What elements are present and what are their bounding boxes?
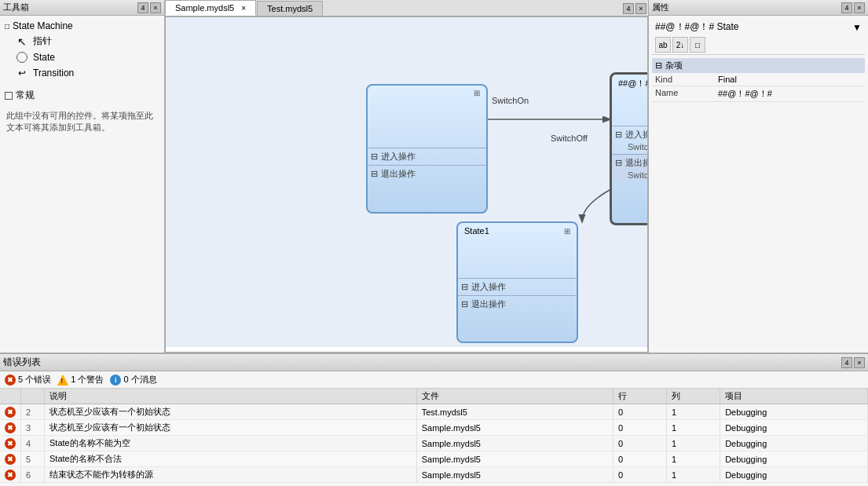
table-row[interactable]: ✖ 6 结束状态不能作为转移的源 Sample.mydsl5 0 1 Debug… (0, 467, 868, 483)
row-line: 0 (613, 451, 666, 467)
state-left-enter-label: 进入操作 (381, 151, 416, 163)
state-final-enter-header: ⊟ 进入操作 (615, 128, 647, 141)
state-final-exit-item: SwitchOff (615, 170, 647, 181)
tab-test[interactable]: Test.mydsl5 (257, 1, 323, 16)
row-type-icon: ✖ (0, 436, 21, 451)
row-col: 1 (667, 420, 720, 436)
row-type-icon: ✖ (0, 467, 21, 483)
properties-row-name: Name ##@！#@！# (652, 86, 865, 102)
props-tool-box[interactable]: □ (690, 37, 705, 53)
row-number: 3 (21, 420, 45, 436)
toolbox-item-state[interactable]: State (3, 49, 161, 65)
minus-icon-4: ⊟ (615, 158, 622, 168)
error-titlebar-buttons: 4 × (841, 357, 865, 368)
state1-exit-label: 退出操作 (471, 298, 506, 310)
toolbox-section-statemachine: □ State Machine 指针 State Transition (3, 19, 161, 81)
properties-titlebar-buttons: 4 × (841, 2, 865, 13)
state-left-header: ⊞ (368, 86, 486, 100)
error-icon: ✖ (5, 375, 16, 386)
state-final-exit-section: ⊟ 退出操作 SwitchOff (612, 154, 647, 182)
canvas[interactable]: SwitchOn SwitchOff ⊞ ⊟ 进入操作 (166, 17, 647, 347)
error-pin-btn[interactable]: 4 (841, 357, 852, 368)
final-state-symbol (612, 93, 647, 126)
toolbox-panel: 工具箱 4 × □ State Machine 指针 State (0, 0, 165, 353)
row-col: 1 (667, 404, 720, 420)
state-node-final[interactable]: ##@！#@！# ⊞ ⊟ 进入操作 (610, 72, 647, 225)
properties-subject-text: ##@！#@！# State (655, 20, 738, 34)
state-node-state1[interactable]: State1 ⊞ ⊟ 进入操作 ⊟ (456, 221, 578, 343)
col-num (21, 389, 45, 404)
state1-header: State1 ⊞ (458, 223, 577, 239)
toolbox-empty-text: 此组中没有可用的控件。将某项拖至此文本可将其添加到工具箱。 (3, 104, 161, 141)
state-left-enter-section: ⊟ 进入操作 (368, 148, 486, 165)
row-project: Debugging (720, 451, 868, 467)
canvas-close-btn[interactable]: × (635, 3, 646, 14)
table-row[interactable]: ✖ 2 状态机至少应该有一个初始状态 Test.mydsl5 0 1 Debug… (0, 404, 868, 420)
properties-close-btn[interactable]: × (854, 2, 865, 13)
properties-dropdown-btn[interactable]: ▼ (852, 22, 862, 33)
error-filter-errors[interactable]: ✖ 5 个错误 (5, 374, 51, 386)
props-label-name: Name (655, 88, 718, 100)
toolbox-section-header-sm: □ State Machine (3, 19, 161, 33)
error-data-table: 说明 文件 行 列 项目 ✖ 2 状态机至少应该有一个初始状态 Test.myd… (0, 389, 868, 483)
state-left-exit-section: ⊟ 退出操作 (368, 165, 486, 182)
warning-count-label: 1 个警告 (71, 374, 104, 386)
row-file: Sample.mydsl5 (416, 420, 613, 436)
transition-label-switchoff: SwitchOff (551, 133, 588, 143)
row-col: 1 (667, 467, 720, 483)
table-row[interactable]: ✖ 5 State的名称不合法 Sample.mydsl5 0 1 Debugg… (0, 451, 868, 467)
row-file: Test.mydsl5 (416, 404, 613, 420)
error-filter-bar: ✖ 5 个错误 1 个警告 i 0 个消息 (0, 371, 868, 389)
state-left-exit-header: ⊟ 退出操作 (371, 167, 483, 181)
col-col: 列 (667, 389, 720, 404)
row-desc: 状态机至少应该有一个初始状态 (45, 420, 417, 436)
info-count-label: 0 个消息 (123, 374, 156, 386)
properties-titlebar: 属性 4 × (649, 0, 868, 16)
state-final-exit-label: 退出操作 (625, 157, 647, 169)
props-tool-ab[interactable]: ab (655, 37, 671, 53)
col-line: 行 (613, 389, 666, 404)
row-file: Sample.mydsl5 (416, 467, 613, 483)
table-row[interactable]: ✖ 4 State的名称不能为空 Sample.mydsl5 0 1 Debug… (0, 436, 868, 451)
minus-icon-6: ⊟ (461, 299, 468, 309)
tab-sample[interactable]: Sample.mydsl5 × (165, 0, 256, 16)
error-filter-info[interactable]: i 0 个消息 (110, 374, 156, 386)
toolbox-pin-btn[interactable]: 4 (137, 2, 148, 13)
section-minus-icon: ⊟ (655, 60, 662, 71)
canvas-pin-btn[interactable]: 4 (623, 3, 634, 14)
error-close-btn[interactable]: × (854, 357, 865, 368)
properties-row-kind: Kind Final (652, 73, 865, 86)
canvas-wrapper[interactable]: SwitchOn SwitchOff ⊞ ⊟ 进入操作 (165, 16, 648, 353)
row-col: 1 (667, 436, 720, 451)
properties-subject: ##@！#@！# State ▼ (652, 19, 865, 35)
toolbox-item-transition[interactable]: Transition (3, 65, 161, 81)
col-icon (0, 389, 21, 404)
properties-title: 属性 (652, 2, 669, 13)
toolbox-item-pointer[interactable]: 指针 (3, 33, 161, 49)
canvas-scrollable[interactable]: SwitchOn SwitchOff ⊞ ⊟ 进入操作 (166, 17, 647, 352)
col-project: 项目 (720, 389, 868, 404)
toolbox-close-btn[interactable]: × (150, 2, 161, 13)
row-project: Debugging (720, 404, 868, 420)
state-final-header: ##@！#@！# ⊞ (612, 75, 647, 93)
state-node-left[interactable]: ⊞ ⊟ 进入操作 ⊟ 退出操作 (366, 84, 488, 214)
toolbox-section-normal: 常规 此组中没有可用的控件。将某项拖至此文本可将其添加到工具箱。 (3, 87, 161, 141)
error-filter-warnings[interactable]: 1 个警告 (57, 374, 104, 386)
tab-sample-close[interactable]: × (241, 4, 246, 13)
row-number: 4 (21, 436, 45, 451)
pointer-icon (16, 35, 28, 48)
state-left-collapse[interactable]: ⊞ (474, 89, 480, 97)
props-tool-sort[interactable]: 2↓ (672, 37, 688, 53)
tab-sample-label: Sample.mydsl5 (175, 3, 234, 13)
minus-icon-2: ⊟ (371, 169, 378, 179)
row-desc: State的名称不能为空 (45, 436, 417, 451)
error-titlebar: 错误列表 4 × (0, 354, 868, 371)
table-row[interactable]: ✖ 3 状态机至少应该有一个初始状态 Sample.mydsl5 0 1 Deb… (0, 420, 868, 436)
toolbox-content: □ State Machine 指针 State Transition (0, 16, 164, 144)
row-line: 0 (613, 420, 666, 436)
properties-pin-btn[interactable]: 4 (841, 2, 852, 13)
state1-collapse[interactable]: ⊞ (564, 227, 570, 236)
transition-label-switchon: SwitchOn (492, 96, 529, 105)
toolbox-item-state-label: State (33, 52, 55, 63)
properties-section-misc: ⊟ 杂项 (652, 58, 865, 73)
